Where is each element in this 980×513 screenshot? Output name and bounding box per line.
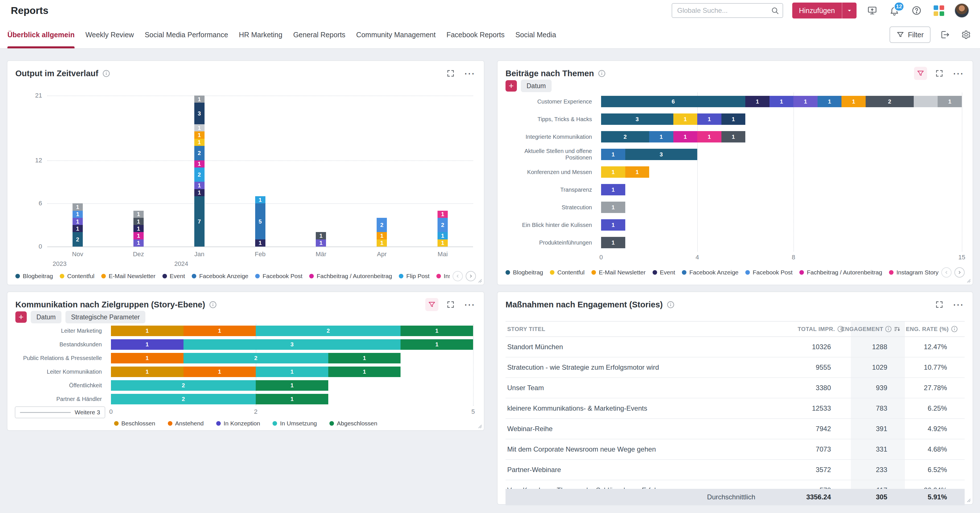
bar-segment[interactable]: 2	[111, 380, 256, 391]
bar-segment[interactable]: 1	[673, 113, 697, 125]
bar-segment[interactable]: 1	[255, 240, 266, 246]
bar-segment[interactable]: 1	[328, 353, 401, 364]
bar-segment[interactable]: 1	[601, 202, 625, 213]
bar-segment[interactable]: 1	[697, 131, 721, 143]
bar-segment[interactable]: 1	[111, 353, 183, 364]
bar-segment[interactable]: 1	[111, 326, 183, 336]
bar-segment[interactable]: 1	[183, 367, 256, 377]
bar-segment[interactable]: 2	[377, 218, 387, 232]
resize-handle[interactable]	[965, 277, 971, 283]
bar-segment[interactable]: 1	[134, 211, 144, 218]
tab-berblick-allgemein[interactable]: Überblick allgemein	[7, 21, 75, 48]
bar-segment[interactable]: 1	[194, 139, 205, 146]
bar-segment[interactable]: 3	[183, 339, 401, 350]
legend-item[interactable]: Event	[162, 273, 185, 280]
column-header-story-titel[interactable]: Story Titel	[506, 326, 765, 332]
present-button[interactable]	[865, 4, 879, 17]
bar-segment[interactable]: 2	[183, 353, 328, 364]
bar-segment[interactable]: 1	[255, 196, 266, 203]
bar-segment[interactable]: 1	[111, 339, 183, 350]
legend-prev-button[interactable]	[453, 271, 463, 281]
legend-item[interactable]: Facebook Post	[255, 273, 302, 280]
bar-segment[interactable]: 2	[865, 96, 914, 107]
tab-social-media[interactable]: Social Media	[515, 21, 556, 48]
bar-segment[interactable]: 1	[625, 166, 649, 178]
bar-segment[interactable]: 1	[649, 131, 673, 143]
bar-segment[interactable]: 1	[194, 182, 205, 189]
tab-weekly-review[interactable]: Weekly Review	[85, 21, 134, 48]
bar-segment[interactable]: 1	[256, 394, 328, 404]
search-input[interactable]	[671, 3, 783, 18]
tab-community-management[interactable]: Community Management	[356, 21, 436, 48]
search-icon[interactable]	[771, 6, 779, 15]
help-button[interactable]	[910, 4, 923, 17]
legend-item[interactable]: Blogbeitrag	[506, 269, 543, 276]
fullscreen-icon[interactable]	[933, 67, 946, 80]
export-button[interactable]	[939, 28, 951, 41]
bar-segment[interactable]: 1	[842, 96, 865, 107]
legend-item[interactable]: In Konzeption	[216, 420, 260, 427]
sort-descending-icon[interactable]	[894, 325, 901, 333]
bar-segment[interactable]: 3	[625, 149, 697, 160]
filter-chip-datum[interactable]: Datum	[521, 79, 552, 92]
legend-item[interactable]: Abgeschlossen	[329, 420, 377, 427]
bar-segment[interactable]: 1	[183, 326, 256, 336]
bar-segment[interactable]: 1	[401, 339, 473, 350]
avatar[interactable]	[955, 3, 969, 18]
legend-item[interactable]: E-Mail Newsletter	[101, 273, 156, 280]
legend-item[interactable]: Blogbeitrag	[15, 273, 53, 280]
bar-segment[interactable]	[914, 96, 938, 107]
bar-segment[interactable]: 1	[401, 326, 473, 336]
bar-segment[interactable]: 5	[255, 203, 266, 239]
bar-segment[interactable]: 2	[438, 218, 448, 232]
bar-segment[interactable]: 6	[601, 96, 745, 107]
table-row[interactable]: Partner-Webinare35722336.52%	[506, 460, 965, 480]
table-row[interactable]: Mit dem Corporate Newsroom neue Wege geh…	[506, 439, 965, 460]
legend-item[interactable]: In Umsetzung	[272, 420, 317, 427]
bar-segment[interactable]: 1	[256, 367, 328, 377]
bar-segment[interactable]: 1	[721, 131, 746, 143]
apps-button[interactable]	[932, 4, 945, 17]
bar-segment[interactable]: 2	[194, 146, 205, 160]
bar-segment[interactable]: 1	[673, 131, 697, 143]
bar-segment[interactable]: 1	[601, 219, 625, 230]
bar-segment[interactable]: 1	[111, 367, 183, 377]
legend-item[interactable]: Instagram Story	[889, 269, 939, 276]
bar-segment[interactable]: 1	[134, 240, 144, 246]
weitere-button[interactable]: Weitere 3	[15, 407, 105, 418]
bar-segment[interactable]: 1	[194, 124, 205, 131]
legend-item[interactable]: E-Mail Newsletter	[592, 269, 646, 276]
filter-chip-datum[interactable]: Datum	[31, 311, 62, 323]
table-row[interactable]: Standort München10326128812.47%	[506, 337, 965, 357]
bar-segment[interactable]: 3	[194, 103, 205, 124]
tab-hr-marketing[interactable]: HR Marketing	[239, 21, 283, 48]
bar-segment[interactable]: 2	[111, 394, 256, 404]
column-header-total-impr[interactable]: Total Impr.	[765, 326, 851, 332]
filter-chip-strategische-parameter[interactable]: Strategische Parameter	[65, 311, 146, 323]
bar-segment[interactable]: 1	[73, 203, 83, 210]
legend-item[interactable]: Fachbeitrag / Autorenbeitrag	[799, 269, 882, 276]
legend-item[interactable]: Anstehend	[168, 420, 204, 427]
legend-item[interactable]: Fachbeitrag / Autorenbeitrag	[309, 273, 392, 280]
legend-item[interactable]: Beschlossen	[114, 420, 155, 427]
legend-item[interactable]: Flip Post	[399, 273, 430, 280]
bar-segment[interactable]: 2	[73, 232, 83, 246]
chevron-down-icon[interactable]	[842, 7, 856, 14]
settings-button[interactable]	[959, 28, 973, 41]
bar-segment[interactable]: 1	[793, 96, 818, 107]
more-options-icon[interactable]	[463, 298, 476, 311]
bar-segment[interactable]: 1	[73, 225, 83, 232]
bar-segment[interactable]: 1	[134, 232, 144, 239]
tab-social-media-performance[interactable]: Social Media Performance	[145, 21, 228, 48]
legend-next-button[interactable]	[955, 267, 965, 278]
table-row[interactable]: Vom Kanal zum Thema - der Schlüssel zum …	[506, 480, 965, 489]
fullscreen-icon[interactable]	[933, 298, 946, 311]
add-button[interactable]: Hinzufügen	[792, 3, 856, 19]
more-options-icon[interactable]	[951, 298, 965, 311]
column-header-eng-rate[interactable]: Eng. Rate (%)	[905, 326, 965, 332]
resize-handle[interactable]	[476, 422, 482, 429]
legend-item[interactable]: Facebook Anzeige	[192, 273, 248, 280]
table-row[interactable]: Unser Team338093927.78%	[506, 378, 965, 399]
bar-segment[interactable]: 1	[194, 95, 205, 103]
bar-segment[interactable]: 1	[316, 240, 326, 246]
